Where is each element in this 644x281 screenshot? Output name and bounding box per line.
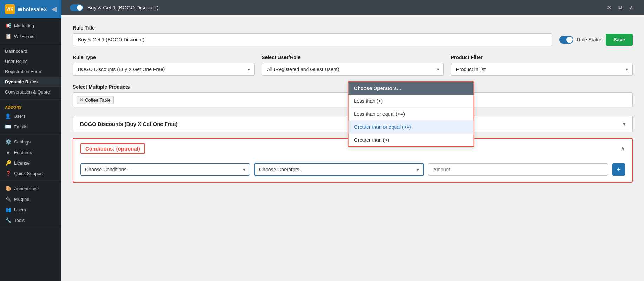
chevron-down-icon: ▾	[248, 66, 250, 72]
user-role-col: Select User/Role All (Registered and Gue…	[262, 55, 443, 76]
sidebar-item-users-addon[interactable]: 👤 Users	[0, 111, 61, 121]
sidebar-item-tools[interactable]: 🔧 Tools	[0, 215, 61, 225]
rule-title-label: Rule Title	[73, 25, 633, 31]
sidebar-item-label: Emails	[14, 124, 27, 129]
product-filter-select[interactable]: Product in list ▾	[451, 63, 633, 76]
quick-support-icon: ❓	[5, 171, 11, 176]
conditions-select-wrapper: Choose Conditions... ▾	[80, 163, 250, 176]
sidebar-item-conversation-quote[interactable]: Conversation & Quote	[0, 87, 61, 97]
operators-dropdown-popup[interactable]: Choose Operators... Less than (<) Less t…	[348, 81, 474, 147]
sidebar-item-marketing[interactable]: 📢 Marketing	[0, 20, 61, 31]
dropdown-item-greater-than-equal[interactable]: Greater than or equal (>=)	[348, 121, 473, 134]
rule-type-select[interactable]: BOGO Discounts (Buy X Get One Free) ▾	[73, 63, 255, 76]
collapse-button[interactable]: ∧	[627, 4, 636, 12]
product-filter-select-wrapper: Product in list ▾	[451, 63, 633, 76]
users-bottom-icon: 👥	[5, 207, 11, 212]
sidebar-item-appearance[interactable]: 🎨 Appearance	[0, 183, 61, 194]
user-role-label: Select User/Role	[262, 55, 443, 60]
rule-title-section: Rule Title Rule Status Save	[73, 25, 633, 46]
sidebar-item-label: License	[14, 160, 30, 166]
sidebar-bottom-section: 🎨 Appearance 🔌 Plugins 👥 Users 🔧 Tools	[0, 181, 61, 228]
sidebar-item-license[interactable]: 🔑 License	[0, 158, 61, 168]
rule-title-input[interactable]	[73, 33, 552, 46]
sidebar-item-features[interactable]: ★ Features	[0, 147, 61, 158]
operators-select[interactable]: Choose Operators... ▾	[254, 163, 424, 176]
add-condition-button[interactable]: +	[612, 163, 625, 176]
collapse-icon: ▾	[623, 121, 625, 127]
rule-type-row: Rule Type BOGO Discounts (Buy X Get One …	[73, 55, 633, 76]
sidebar-item-label: Settings	[14, 139, 31, 145]
product-filter-col: Product Filter Product in list ▾	[451, 55, 633, 76]
sidebar-addons-section: Addons 👤 Users ✉️ Emails	[0, 100, 61, 134]
rule-type-section: Rule Type BOGO Discounts (Buy X Get One …	[73, 55, 633, 76]
sidebar-item-label: Features	[14, 150, 32, 155]
sidebar-item-label: Users	[14, 114, 26, 119]
title-row: Rule Status Save	[73, 33, 633, 46]
license-icon: 🔑	[5, 160, 11, 166]
addons-label: Addons	[0, 102, 61, 111]
sidebar-item-label: Registration Form	[5, 69, 41, 74]
sidebar-item-label: Dashboard	[5, 49, 27, 54]
sidebar-item-label: Appearance	[14, 186, 39, 191]
sidebar-item-label: Dynamic Rules	[5, 79, 38, 84]
conditions-collapse-icon[interactable]: ∧	[620, 145, 625, 153]
sidebar-item-emails[interactable]: ✉️ Emails	[0, 121, 61, 132]
product-tag: ✕ Coffee Table	[77, 96, 114, 104]
rule-status-area: Rule Status Save	[559, 34, 633, 46]
dropdown-header: Choose Operators...	[348, 82, 473, 95]
tag-remove-icon[interactable]: ✕	[80, 97, 83, 102]
conditions-card: Conditions: (optional) ∧ Choose Operator…	[73, 138, 633, 183]
save-button[interactable]: Save	[606, 34, 633, 46]
user-role-select[interactable]: All (Registered and Guest Users) ▾	[262, 63, 443, 76]
marketing-icon: 📢	[5, 23, 11, 28]
sidebar-logo[interactable]: WX WholesaleX ◀	[0, 0, 61, 18]
sidebar-collapse-icon[interactable]: ◀	[52, 5, 57, 13]
sidebar-item-dashboard[interactable]: Dashboard	[0, 46, 61, 56]
dropdown-item-greater-than[interactable]: Greater than (>)	[348, 134, 473, 146]
close-button[interactable]: ✕	[605, 4, 613, 12]
sidebar-item-settings[interactable]: ⚙️ Settings	[0, 136, 61, 147]
sidebar-item-label: Quick Support	[14, 171, 43, 176]
tag-label: Coffee Table	[85, 97, 111, 103]
rule-type-select-wrapper: BOGO Discounts (Buy X Get One Free) ▾	[73, 63, 255, 76]
conditions-title: Conditions: (optional)	[80, 143, 145, 154]
conditions-row: Choose Operators... Less than (<) Less t…	[73, 159, 632, 182]
dropdown-item-less-than-equal[interactable]: Less than or equal (<=)	[348, 108, 473, 121]
sidebar-item-registration-form[interactable]: Registration Form	[0, 66, 61, 77]
sidebar-main-section: Dashboard User Roles Registration Form D…	[0, 44, 61, 100]
topbar-actions: ✕ ⧉ ∧	[605, 4, 636, 12]
sidebar-item-quick-support[interactable]: ❓ Quick Support	[0, 168, 61, 179]
sidebar-item-dynamic-rules[interactable]: Dynamic Rules	[0, 77, 61, 87]
sidebar-item-label: Users	[14, 207, 26, 212]
dropdown-item-less-than[interactable]: Less than (<)	[348, 95, 473, 108]
user-role-select-wrapper: All (Registered and Guest Users) ▾	[262, 63, 443, 76]
main-content: Buy & Get 1 (BOGO Discount) ✕ ⧉ ∧ Rule T…	[61, 0, 644, 281]
sidebar-top-section: 📢 Marketing 📋 WPForms	[0, 18, 61, 44]
sidebar-item-users-bottom[interactable]: 👥 Users	[0, 204, 61, 215]
chevron-down-icon: ▾	[243, 167, 245, 172]
sidebar-item-wpforms[interactable]: 📋 WPForms	[0, 31, 61, 41]
topbar: Buy & Get 1 (BOGO Discount) ✕ ⧉ ∧	[61, 0, 644, 15]
rule-type-label: Rule Type	[73, 55, 255, 60]
emails-icon: ✉️	[5, 124, 11, 129]
sidebar: WX WholesaleX ◀ 📢 Marketing 📋 WPForms Da…	[0, 0, 61, 281]
sidebar-item-plugins[interactable]: 🔌 Plugins	[0, 194, 61, 204]
sidebar-item-user-roles[interactable]: User Roles	[0, 56, 61, 66]
rule-type-col: Rule Type BOGO Discounts (Buy X Get One …	[73, 55, 255, 76]
sidebar-item-label: Plugins	[14, 197, 29, 202]
title-input-wrap	[73, 33, 552, 46]
tools-icon: 🔧	[5, 217, 11, 223]
sidebar-settings-section: ⚙️ Settings ★ Features 🔑 License ❓ Quick…	[0, 134, 61, 181]
chevron-down-icon: ▾	[437, 66, 439, 72]
logo-icon: WX	[5, 4, 15, 14]
plugins-icon: 🔌	[5, 196, 11, 202]
content-area: Rule Title Rule Status Save Rule Type	[61, 15, 644, 281]
copy-button[interactable]: ⧉	[616, 4, 624, 12]
topbar-toggle[interactable]	[70, 4, 83, 11]
topbar-title: Buy & Get 1 (BOGO Discount)	[87, 5, 600, 11]
sidebar-item-label: Tools	[14, 218, 25, 223]
features-icon: ★	[5, 149, 11, 155]
rule-status-toggle[interactable]	[559, 36, 573, 44]
conditions-select[interactable]: Choose Conditions... ▾	[80, 163, 250, 176]
rule-status-label: Rule Status	[577, 37, 602, 43]
